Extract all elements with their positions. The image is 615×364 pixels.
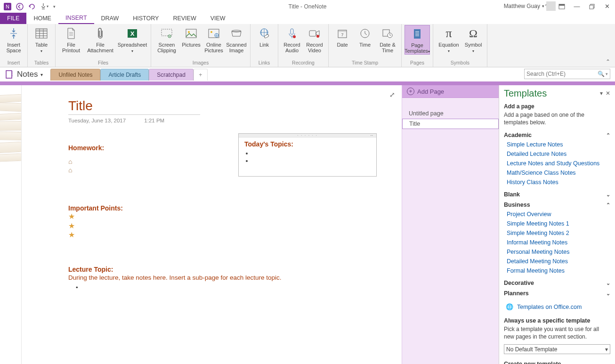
lecture-description[interactable]: During the lecture, take notes here. Ins…	[68, 274, 298, 281]
star-tag-icon[interactable]: ★	[68, 221, 298, 230]
templates-office-link[interactable]: 🌐 Templates on Office.com	[506, 303, 610, 311]
template-link[interactable]: Simple Meeting Notes 2	[507, 230, 610, 236]
template-link[interactable]: Detailed Meeting Notes	[507, 258, 610, 265]
back-icon[interactable]	[14, 1, 25, 12]
record-video-button[interactable]: RecordVideo	[304, 25, 325, 53]
symbol-button[interactable]: Ω Symbol▾	[462, 25, 484, 54]
page-templates-button[interactable]: PageTemplates▾	[405, 25, 430, 55]
ribbon-display-options-icon[interactable]	[556, 1, 568, 12]
globe-link-icon	[257, 26, 272, 41]
template-link[interactable]: Project Overview	[507, 211, 610, 218]
onenote-logo-icon[interactable]: N	[2, 1, 13, 12]
page-list-item-title[interactable]: Title	[402, 119, 499, 129]
page-title[interactable]: Title	[68, 98, 298, 113]
svg-rect-14	[36, 29, 47, 31]
lecture-heading[interactable]: Lecture Topic:	[68, 266, 298, 273]
ribbon-collapse-icon[interactable]: ⌃	[606, 58, 610, 65]
topic-bullet[interactable]	[253, 157, 371, 165]
record-audio-button[interactable]: RecordAudio	[281, 25, 303, 53]
pictures-button[interactable]: Pictures	[180, 25, 202, 48]
lecture-bullet[interactable]: •	[76, 284, 298, 291]
template-category-blank[interactable]: Blank ⌄	[504, 191, 610, 198]
fullscreen-icon[interactable]: ⤢	[389, 91, 395, 98]
notebook-picker[interactable]: Notes ▾	[0, 70, 48, 79]
group-symbols: Symbols	[436, 60, 484, 67]
time-button[interactable]: Time	[354, 25, 376, 48]
important-heading[interactable]: Important Points:	[68, 204, 298, 212]
date-time-button[interactable]: Date &Time	[377, 25, 398, 53]
chevron-down-icon: ⌄	[606, 280, 610, 286]
default-template-dropdown[interactable]: No Default Template	[504, 344, 610, 354]
tab-history[interactable]: HISTORY	[126, 13, 166, 24]
svg-point-31	[293, 35, 296, 38]
star-tag-icon[interactable]: ★	[68, 230, 298, 239]
equation-button[interactable]: π Equation▾	[436, 25, 461, 54]
page-date: Tuesday, June 13, 2017	[68, 118, 126, 123]
qat-customize-icon[interactable]: ▾	[51, 1, 57, 12]
templates-pane: Templates ▾ ✕ Add a page Add a page base…	[499, 85, 615, 364]
template-link[interactable]: Formal Meeting Notes	[507, 267, 610, 274]
template-category-academic[interactable]: Academic ⌃	[504, 132, 610, 138]
insert-space-button[interactable]: InsertSpace	[3, 25, 24, 53]
star-tag-icon[interactable]: ★	[68, 212, 298, 221]
touch-mode-icon[interactable]: ▾	[39, 1, 50, 12]
add-page-note: Add a page based on one of the templates…	[504, 112, 610, 126]
tab-home[interactable]: HOME	[26, 13, 58, 24]
spreadsheet-button[interactable]: X Spreadsheet▾	[117, 25, 148, 54]
search-scope-dropdown[interactable]: ▾	[606, 72, 608, 76]
section-tab-scratchpad[interactable]: Scratchpad	[149, 69, 194, 81]
restore-icon[interactable]	[586, 1, 598, 12]
online-pictures-button[interactable]: OnlinePictures	[203, 25, 225, 53]
search-input[interactable]	[526, 71, 598, 77]
main-area: ⤢ Title Tuesday, June 13, 2017 1:21 PM H…	[0, 85, 615, 364]
close-icon[interactable]: ✕	[601, 1, 613, 12]
template-link[interactable]: Math/Science Class Notes	[507, 170, 610, 176]
page-content: Title Tuesday, June 13, 2017 1:21 PM Hom…	[68, 98, 298, 291]
template-link[interactable]: Personal Meeting Notes	[507, 249, 610, 255]
add-page-button[interactable]: + Add Page	[402, 85, 499, 98]
pane-close-icon[interactable]: ✕	[606, 90, 610, 97]
group-links: Links	[253, 60, 275, 67]
omega-icon: Ω	[466, 26, 481, 41]
minimize-icon[interactable]: —	[571, 1, 583, 12]
add-section-button[interactable]: +	[194, 69, 208, 81]
link-button[interactable]: Link	[253, 25, 275, 48]
note-canvas[interactable]: ⤢ Title Tuesday, June 13, 2017 1:21 PM H…	[0, 85, 402, 364]
template-category-decorative[interactable]: Decorative ⌄	[504, 280, 610, 286]
search-icon[interactable]: 🔍	[598, 71, 605, 77]
topic-bullet[interactable]	[253, 150, 371, 157]
page-list-item-untitled[interactable]: Untitled page	[402, 108, 499, 119]
template-category-planners[interactable]: Planners ⌄	[504, 290, 610, 297]
section-tab-unfiled[interactable]: Unfiled Notes	[50, 69, 100, 81]
microphone-icon	[284, 26, 299, 41]
section-tab-drafts[interactable]: Article Drafts	[100, 69, 149, 81]
scanned-image-button[interactable]: ScannedImage	[226, 25, 247, 53]
table-button[interactable]: Table▾	[31, 25, 52, 54]
template-link[interactable]: History Class Notes	[507, 179, 610, 186]
template-link[interactable]: Simple Meeting Notes 1	[507, 220, 610, 227]
tab-file[interactable]: FILE	[0, 13, 26, 24]
date-button[interactable]: 7 Date	[332, 25, 353, 48]
template-link[interactable]: Simple Lecture Notes	[507, 141, 610, 148]
template-category-business[interactable]: Business ⌃	[504, 202, 610, 208]
todays-topics-heading[interactable]: Today's Topics:	[244, 140, 371, 148]
notebook-name: Notes	[17, 70, 38, 79]
screen-clipping-button[interactable]: ScreenClipping	[154, 25, 179, 53]
tab-draw[interactable]: DRAW	[94, 13, 126, 24]
todays-topics-container[interactable]: · · · · · ·↔ Today's Topics:	[238, 133, 377, 177]
tab-insert[interactable]: INSERT	[58, 13, 94, 24]
template-link[interactable]: Informal Meeting Notes	[507, 239, 610, 246]
file-attachment-button[interactable]: FileAttachment	[85, 25, 116, 53]
template-link[interactable]: Detailed Lecture Notes	[507, 151, 610, 157]
group-images: Images	[154, 60, 247, 67]
file-printout-button[interactable]: FilePrintout	[58, 25, 84, 53]
template-link[interactable]: Lecture Notes and Study Questions	[507, 160, 610, 167]
container-grip[interactable]: · · · · · ·↔	[239, 134, 376, 138]
undo-icon[interactable]	[26, 1, 38, 12]
pane-options-icon[interactable]: ▾	[600, 90, 603, 97]
user-account[interactable]: Matthew Guay ▾	[504, 1, 556, 11]
office-globe-icon: 🌐	[506, 303, 513, 311]
search-box[interactable]: 🔍 ▾	[524, 69, 610, 79]
tab-view[interactable]: VIEW	[203, 13, 233, 24]
tab-review[interactable]: REVIEW	[166, 13, 203, 24]
